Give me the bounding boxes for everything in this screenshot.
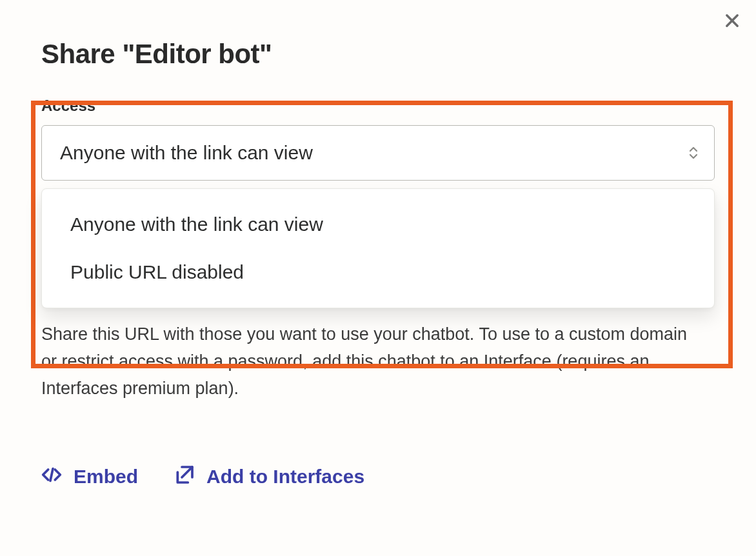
access-label: Access [41, 97, 715, 115]
action-links: Embed Add to Interfaces [41, 464, 715, 490]
code-icon [41, 464, 62, 490]
access-option-label: Public URL disabled [70, 261, 244, 283]
dialog-title: Share "Editor bot" [41, 39, 715, 70]
close-icon [723, 12, 741, 32]
svg-line-2 [50, 468, 53, 481]
close-button[interactable] [719, 8, 746, 35]
access-select-value: Anyone with the link can view [60, 142, 313, 164]
share-dialog: Share "Editor bot" Access Anyone with th… [41, 39, 715, 490]
access-select-wrap: Anyone with the link can view Anyone wit… [41, 125, 715, 181]
embed-label: Embed [74, 466, 138, 488]
access-select[interactable]: Anyone with the link can view [41, 125, 715, 181]
embed-link[interactable]: Embed [41, 464, 138, 490]
help-text: Share this URL with those you want to us… [41, 321, 693, 402]
external-link-icon [174, 464, 195, 490]
access-option-label: Anyone with the link can view [70, 213, 323, 235]
access-option-anyone[interactable]: Anyone with the link can view [42, 201, 714, 248]
svg-line-3 [182, 467, 192, 477]
select-stepper-icon [688, 146, 699, 159]
access-dropdown: Anyone with the link can view Public URL… [41, 188, 715, 308]
add-to-interfaces-link[interactable]: Add to Interfaces [174, 464, 364, 490]
add-to-interfaces-label: Add to Interfaces [206, 466, 364, 488]
access-option-disabled[interactable]: Public URL disabled [42, 248, 714, 296]
